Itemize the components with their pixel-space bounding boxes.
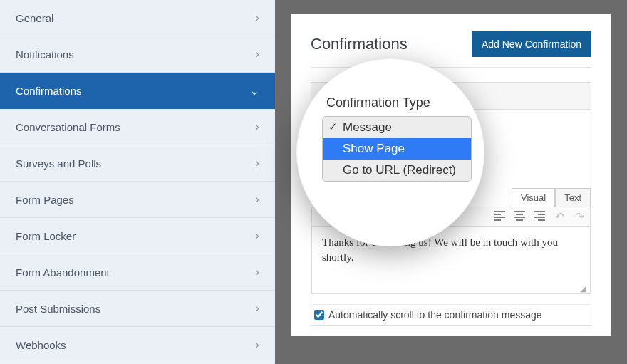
settings-sidebar: General › Notifications › Confirmations … (0, 0, 275, 364)
sidebar-item-form-pages[interactable]: Form Pages › (0, 182, 275, 218)
chevron-right-icon: › (255, 301, 259, 316)
sidebar-item-form-locker[interactable]: Form Locker › (0, 218, 275, 254)
chevron-right-icon: › (255, 192, 259, 207)
sidebar-item-label: Confirmations (16, 85, 82, 97)
sidebar-item-label: Webhooks (16, 339, 66, 351)
sidebar-item-form-abandonment[interactable]: Form Abandonment › (0, 254, 275, 291)
align-right-icon[interactable] (533, 211, 546, 223)
align-center-icon[interactable] (513, 211, 526, 223)
chevron-right-icon: › (255, 338, 259, 352)
sidebar-item-label: General (16, 12, 53, 24)
chevron-right-icon: › (255, 11, 259, 25)
option-label: Message (343, 120, 392, 134)
auto-scroll-label: Automatically scroll to the confirmation… (328, 309, 542, 321)
auto-scroll-row[interactable]: Automatically scroll to the confirmation… (311, 304, 591, 325)
add-new-confirmation-button[interactable]: Add New Confirmation (472, 31, 591, 57)
align-left-icon[interactable] (493, 211, 506, 223)
chevron-right-icon: › (255, 47, 259, 61)
dropdown-option-go-to-url[interactable]: Go to URL (Redirect) (323, 160, 471, 181)
sidebar-item-label: Post Submissions (16, 303, 100, 315)
auto-scroll-checkbox[interactable] (314, 310, 324, 320)
sidebar-item-confirmations[interactable]: Confirmations ⌄ (0, 73, 275, 109)
option-label: Show Page (343, 142, 405, 155)
sidebar-item-surveys-polls[interactable]: Surveys and Polls › (0, 145, 275, 182)
sidebar-item-notifications[interactable]: Notifications › (0, 36, 275, 73)
sidebar-item-post-submissions[interactable]: Post Submissions › (0, 291, 275, 327)
checkmark-icon: ✓ (328, 120, 338, 133)
dropdown-option-show-page[interactable]: Show Page (323, 138, 471, 160)
card-header: Confirmations Add New Confirmation (311, 31, 591, 68)
chevron-down-icon: ⌄ (249, 83, 259, 98)
chevron-right-icon: › (255, 229, 259, 243)
redo-icon[interactable]: ↷ (573, 210, 586, 223)
chevron-right-icon: › (255, 265, 259, 279)
dropdown-option-message[interactable]: ✓ Message (323, 117, 471, 138)
tab-visual[interactable]: Visual (512, 188, 555, 207)
sidebar-item-label: Form Abandonment (16, 266, 110, 279)
confirmation-type-label: Confirmation Type (322, 83, 477, 116)
tab-text[interactable]: Text (555, 188, 591, 207)
page-title: Confirmations (311, 35, 408, 53)
sidebar-item-label: Surveys and Polls (16, 157, 101, 170)
sidebar-item-label: Form Locker (16, 230, 76, 242)
sidebar-item-conversational-forms[interactable]: Conversational Forms › (0, 109, 275, 145)
resize-handle-icon[interactable]: ◢ (580, 284, 589, 292)
confirmation-type-dropdown[interactable]: ✓ Message Show Page Go to URL (Redirect) (322, 116, 472, 182)
sidebar-item-label: Form Pages (16, 194, 74, 206)
sidebar-item-label: Notifications (16, 48, 74, 61)
chevron-right-icon: › (255, 120, 259, 134)
sidebar-item-label: Conversational Forms (16, 121, 120, 133)
sidebar-item-general[interactable]: General › (0, 0, 275, 36)
sidebar-item-webhooks[interactable]: Webhooks › (0, 327, 275, 363)
zoom-magnifier: Confirmation Type ✓ Message Show Page Go… (296, 58, 484, 246)
chevron-right-icon: › (255, 156, 259, 170)
undo-icon[interactable]: ↶ (553, 210, 566, 223)
option-label: Go to URL (Redirect) (343, 163, 456, 177)
